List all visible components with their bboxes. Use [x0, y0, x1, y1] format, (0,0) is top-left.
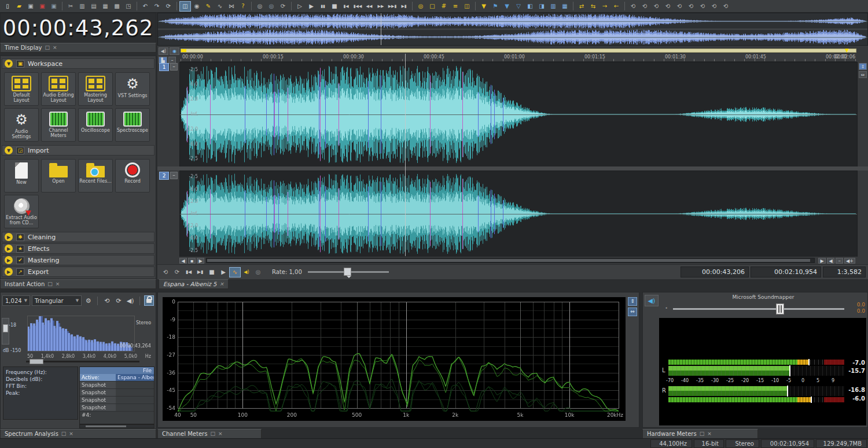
table-row[interactable]: Snapshot #2:: [80, 389, 154, 397]
horizontal-scrollbar[interactable]: [206, 258, 815, 263]
scrub-tool-icon[interactable]: ∿: [229, 267, 241, 277]
action-tile-recent-files-[interactable]: Recent Files...: [78, 159, 113, 192]
play-icon[interactable]: ▶: [306, 1, 317, 12]
expand-arrow-icon[interactable]: ▶: [5, 256, 13, 264]
time-display-tab[interactable]: Time Display □ ×: [0, 43, 156, 53]
action-tile-oscilloscope[interactable]: Oscilloscope: [78, 108, 113, 142]
balance-lock-icon[interactable]: ∙: [665, 305, 668, 310]
action-tile-default-layout[interactable]: Default Layout: [4, 72, 39, 106]
action-tile-audio-settings[interactable]: ⚙Audio Settings: [4, 108, 39, 142]
select-all-icon[interactable]: ▥: [547, 1, 559, 12]
scroll-center-icon[interactable]: ▪: [188, 258, 196, 264]
action-tile-open[interactable]: Open: [41, 159, 76, 192]
insert-marker-icon[interactable]: ▼: [478, 1, 490, 12]
zoom-out-time-icon[interactable]: ◀: [827, 258, 834, 264]
go-to-end-icon[interactable]: ▶▮: [398, 1, 410, 12]
undo-icon[interactable]: ↶: [139, 1, 151, 12]
loop-playback-icon[interactable]: ⟲: [160, 267, 171, 277]
scrollbar-thumb[interactable]: [207, 259, 810, 262]
channel-2-minimize[interactable]: –: [170, 172, 178, 179]
spectrum-h-slider-handle[interactable]: [30, 359, 43, 364]
table-row[interactable]: Snapshot #1:: [80, 382, 154, 389]
loop-region-left-icon[interactable]: ⇄: [576, 1, 587, 12]
go-to-start-icon[interactable]: ▮◀: [183, 267, 194, 277]
script-4-icon[interactable]: ⟲: [662, 1, 674, 12]
channel-2-button[interactable]: 2: [159, 172, 169, 180]
action-tile-extract-audio-from-cd-[interactable]: Extract Audio from CD...: [4, 195, 39, 228]
hardware-meters-tab[interactable]: Hardware Meters □ ×: [642, 429, 758, 439]
cut-icon[interactable]: ✂: [65, 1, 76, 12]
action-tile-channel-meters[interactable]: Channel Meters: [41, 108, 76, 142]
section-header-effects[interactable]: ▶★Effects: [2, 243, 155, 254]
select-to-start-icon[interactable]: ◧: [524, 1, 536, 12]
burn-cd-icon[interactable]: ◎: [266, 1, 277, 12]
forward-icon[interactable]: ▶▶: [375, 1, 387, 12]
zoom-tool-icon[interactable]: ◎: [415, 1, 426, 12]
volume-slider-handle[interactable]: [776, 303, 784, 314]
scroll-left-icon[interactable]: ◀: [179, 258, 187, 264]
region-in-icon[interactable]: →: [599, 1, 610, 12]
go-to-start-icon[interactable]: ▮◀: [340, 1, 352, 12]
open-folder-icon[interactable]: ▰: [13, 1, 25, 12]
script-9-icon[interactable]: ⟲: [720, 1, 731, 12]
save-all-icon[interactable]: ▣: [48, 1, 60, 12]
action-tile-vst-settings[interactable]: ⚙VST Settings: [115, 72, 150, 106]
marker-previous-icon[interactable]: ▼: [501, 1, 513, 12]
collapse-arrow-icon[interactable]: ▼: [5, 146, 13, 154]
pause-icon[interactable]: ▮▮: [317, 1, 329, 12]
fft-size-dropdown[interactable]: 1,024▼: [2, 295, 30, 306]
restore-channel-icon[interactable]: ⇔: [859, 71, 867, 78]
save-as-icon[interactable]: ▣: [36, 1, 48, 12]
section-header-import[interactable]: ▼◲Import: [2, 145, 155, 155]
paste-icon[interactable]: ▤: [88, 1, 100, 12]
section-header-workspace[interactable]: ▼▣Workspace: [2, 58, 155, 69]
undock-icon[interactable]: □: [210, 431, 215, 436]
close-icon[interactable]: ×: [218, 431, 223, 436]
scroll-right-icon[interactable]: ▶: [197, 258, 204, 264]
action-tile-spectroscope[interactable]: Spectroscope: [115, 108, 150, 142]
monitor-toggle-icon[interactable]: ◎: [252, 267, 264, 277]
table-row[interactable]: Snapshot #3:: [80, 397, 154, 404]
settings-gear-icon[interactable]: ⚙: [83, 295, 93, 306]
monitor-icon[interactable]: ◉: [170, 47, 179, 55]
expand-arrow-icon[interactable]: ▶: [5, 268, 13, 276]
stop-icon[interactable]: ■: [329, 1, 340, 12]
trim-crop-icon[interactable]: ◳: [123, 1, 134, 12]
table-row[interactable]: Active:Espana - Albeni: [80, 374, 154, 382]
expand-arrow-icon[interactable]: ▶: [5, 233, 13, 241]
close-icon[interactable]: ×: [707, 431, 712, 436]
mix-icon[interactable]: ▩: [111, 1, 123, 12]
channel-2-waveform[interactable]: [179, 171, 858, 257]
region-out-icon[interactable]: ←: [610, 1, 622, 12]
lock-button[interactable]: [144, 295, 154, 306]
script-5-icon[interactable]: ⟲: [674, 1, 685, 12]
redo-icon[interactable]: ↷: [151, 1, 163, 12]
script-1-icon[interactable]: ⟲: [627, 1, 639, 12]
speaker-icon[interactable]: ◀): [241, 267, 252, 277]
refresh-icon[interactable]: ⟲: [102, 295, 112, 306]
window-type-dropdown[interactable]: Triangular▼: [32, 295, 82, 306]
table-scrollbar[interactable]: [79, 424, 155, 428]
play-all-icon[interactable]: ▷: [294, 1, 306, 12]
undock-icon[interactable]: □: [700, 431, 705, 436]
loop-bar[interactable]: [181, 49, 856, 53]
refresh-icon[interactable]: ⟳: [277, 1, 289, 12]
loop-region-right-icon[interactable]: ⇆: [587, 1, 599, 12]
auto-ripple-icon[interactable]: ≡: [450, 1, 461, 12]
action-tile-record[interactable]: Record: [115, 159, 150, 192]
close-icon[interactable]: ×: [219, 282, 224, 287]
magnify-tool-icon[interactable]: ◉: [191, 1, 203, 12]
zoom-in-icon[interactable]: ◀+: [844, 258, 855, 264]
channel-1-button[interactable]: 1: [159, 63, 169, 71]
channel-1-waveform[interactable]: [179, 62, 858, 167]
meter-expand-icon[interactable]: ⇕: [628, 297, 637, 306]
close-icon[interactable]: ×: [56, 282, 60, 287]
speaker-icon[interactable]: ◀): [159, 47, 168, 55]
channel-meters-tab[interactable]: Channel Meters □ ×: [157, 429, 262, 439]
rewind-all-icon[interactable]: ▮◀◀: [352, 1, 363, 12]
insert-region-icon[interactable]: ⚑: [490, 1, 501, 12]
instant-action-tab[interactable]: Instant Action □ ×: [0, 279, 156, 289]
section-header-mastering[interactable]: ▶✔Mastering: [2, 255, 155, 265]
go-to-end-icon[interactable]: ▶▮: [194, 267, 206, 277]
rewind-icon[interactable]: ◀◀: [363, 1, 375, 12]
